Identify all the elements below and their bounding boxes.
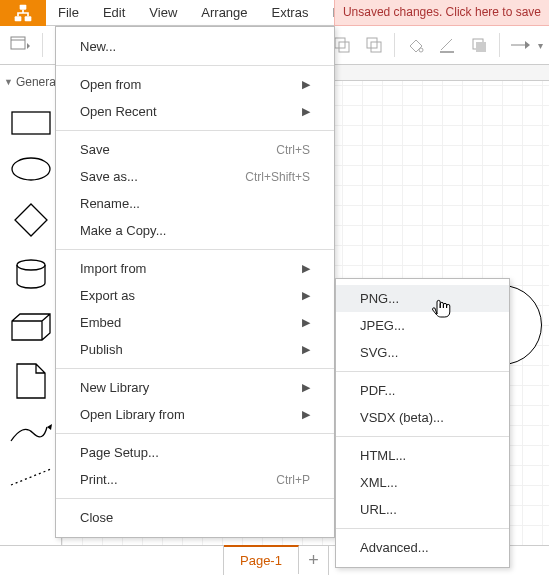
shape-document[interactable] (16, 363, 46, 399)
svg-rect-1 (15, 16, 22, 21)
file-menu-item[interactable]: Page Setup... (56, 439, 334, 466)
file-menu-item[interactable]: New Library▶ (56, 374, 334, 401)
menubar: File Edit View Arrange Extras Help (46, 1, 371, 24)
unsaved-warning[interactable]: Unsaved changes. Click here to save (334, 0, 549, 26)
file-menu-item[interactable]: Rename... (56, 190, 334, 217)
shapes-sidebar: ▼Genera + More Shapes (0, 65, 62, 545)
fill-color-button[interactable] (401, 31, 429, 59)
file-menu-item[interactable]: Print...Ctrl+P (56, 466, 334, 493)
export-submenu: PNG...JPEG...SVG...PDF...VSDX (beta)...H… (335, 278, 510, 568)
svg-point-13 (12, 158, 50, 180)
file-menu-item[interactable]: Make a Copy... (56, 217, 334, 244)
file-menu-dropdown: New...Open from▶Open Recent▶SaveCtrl+SSa… (55, 26, 335, 538)
svg-rect-2 (25, 16, 32, 21)
file-menu-item[interactable]: Open Recent▶ (56, 98, 334, 125)
svg-rect-0 (20, 4, 27, 9)
line-color-button[interactable] (433, 31, 461, 59)
export-menu-item[interactable]: XML... (336, 469, 509, 496)
menu-view[interactable]: View (137, 1, 189, 24)
file-menu-item[interactable]: Close (56, 504, 334, 531)
export-menu-item[interactable]: PDF... (336, 377, 509, 404)
svg-rect-7 (367, 38, 377, 48)
svg-rect-9 (440, 51, 454, 53)
export-menu-item[interactable]: JPEG... (336, 312, 509, 339)
menu-edit[interactable]: Edit (91, 1, 137, 24)
add-page-button[interactable]: + (299, 546, 329, 575)
file-menu-item[interactable]: Export as▶ (56, 282, 334, 309)
svg-rect-11 (476, 42, 486, 52)
export-menu-item[interactable]: Advanced... (336, 534, 509, 561)
export-menu-item[interactable]: URL... (336, 496, 509, 523)
svg-rect-4 (335, 38, 345, 48)
shape-ellipse[interactable] (11, 157, 51, 181)
svg-point-8 (419, 48, 423, 52)
svg-rect-6 (371, 42, 381, 52)
shape-rectangle[interactable] (11, 111, 51, 135)
file-menu-item[interactable]: SaveCtrl+S (56, 136, 334, 163)
view-mode-button[interactable] (6, 31, 34, 59)
sidebar-category[interactable]: ▼Genera (4, 75, 56, 89)
file-menu-item[interactable]: Save as...Ctrl+Shift+S (56, 163, 334, 190)
connection-button[interactable] (506, 31, 534, 59)
export-menu-item[interactable]: HTML... (336, 442, 509, 469)
file-menu-item[interactable]: Open Library from▶ (56, 401, 334, 428)
export-menu-item[interactable]: SVG... (336, 339, 509, 366)
shape-diamond[interactable] (14, 203, 48, 237)
file-menu-item[interactable]: Publish▶ (56, 336, 334, 363)
svg-rect-12 (12, 112, 50, 134)
export-menu-item[interactable]: PNG... (336, 285, 509, 312)
shape-cube[interactable] (11, 313, 51, 341)
export-menu-item[interactable]: VSDX (beta)... (336, 404, 509, 431)
svg-rect-5 (339, 42, 349, 52)
file-menu-item[interactable]: New... (56, 33, 334, 60)
svg-rect-3 (11, 37, 25, 49)
menu-file[interactable]: File (46, 1, 91, 24)
svg-point-14 (17, 260, 45, 270)
to-back-button[interactable] (360, 31, 388, 59)
shape-dashed-line[interactable] (9, 467, 53, 487)
menu-arrange[interactable]: Arrange (189, 1, 259, 24)
shape-cylinder[interactable] (15, 259, 47, 291)
menu-extras[interactable]: Extras (260, 1, 321, 24)
file-menu-item[interactable]: Embed▶ (56, 309, 334, 336)
page-tab-active[interactable]: Page-1 (224, 545, 299, 574)
shape-curve[interactable] (9, 421, 53, 445)
app-logo[interactable] (0, 0, 46, 26)
shadow-button[interactable] (465, 31, 493, 59)
file-menu-item[interactable]: Open from▶ (56, 71, 334, 98)
file-menu-item[interactable]: Import from▶ (56, 255, 334, 282)
